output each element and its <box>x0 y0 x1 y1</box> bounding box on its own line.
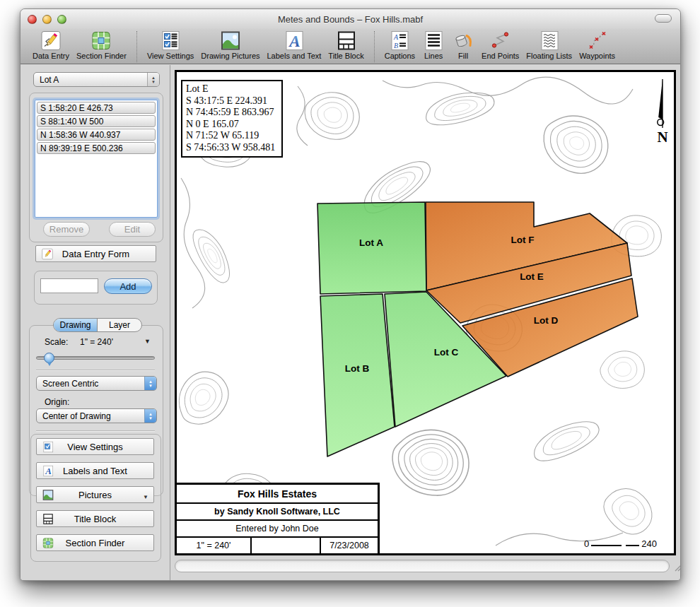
title-block-scale: 1" = 240' <box>177 538 250 553</box>
toolbar-label: Labels and Text <box>267 52 322 60</box>
resize-grip[interactable] <box>672 560 681 572</box>
lot-e-info-box[interactable]: Lot E S 43:17:5 E 224.391 N 74:45:59 E 8… <box>181 80 283 158</box>
lot-a-shape[interactable] <box>317 202 426 294</box>
lot-b-shape[interactable] <box>320 294 395 456</box>
scale-slider-thumb[interactable] <box>44 353 54 363</box>
lot-e-label: Lot E <box>520 271 544 282</box>
edit-button[interactable]: Edit <box>109 222 156 237</box>
remove-button[interactable]: Remove <box>43 222 90 237</box>
origin-popup-value: Center of Drawing <box>42 411 111 421</box>
panel-button-label: Labels and Text <box>63 466 127 476</box>
lot-c-label: Lot C <box>434 347 459 358</box>
toolbar-fill-button[interactable]: Fill <box>448 30 478 60</box>
toolbar-data-entry-button[interactable]: Data Entry <box>29 30 73 60</box>
toolbar-label: Section Finder <box>76 52 127 60</box>
captions-icon: A B <box>388 30 411 51</box>
svg-text:A: A <box>45 466 52 476</box>
drawing-layer-tabs: Drawing Layer <box>53 318 142 332</box>
tab-layer[interactable]: Layer <box>98 319 141 331</box>
origin-popup[interactable]: Center of Drawing ▲▼ <box>36 408 157 423</box>
pictures-panel-button[interactable]: Pictures ▼ <box>36 486 154 503</box>
letter-a-icon: A <box>42 465 54 477</box>
title-block-subtitle: by Sandy Knoll Software, LLC <box>177 502 378 519</box>
info-box-line: N 74:45:59 E 863.967 <box>186 107 278 119</box>
picture-icon <box>219 30 242 51</box>
toolbar-drawing-pictures-button[interactable]: Drawing Pictures <box>197 30 263 60</box>
lines-icon <box>422 30 445 51</box>
centric-popup-value: Screen Centric <box>42 379 98 389</box>
data-entry-form-label: Data Entry Form <box>62 249 129 259</box>
pencil-icon <box>40 30 62 51</box>
title-block-panel-button[interactable]: Title Block <box>36 510 154 527</box>
bearing-row[interactable]: S 88:1:40 W 500 <box>37 115 156 127</box>
bearing-list[interactable]: S 1:58:20 E 426.73 S 88:1:40 W 500 N 1:5… <box>35 100 158 218</box>
pencil-icon <box>41 248 54 260</box>
toolbar-label: Drawing Pictures <box>201 52 259 60</box>
chevron-down-icon: ▼ <box>143 494 148 500</box>
toolbar-label: View Settings <box>147 52 194 60</box>
title-grid-icon <box>42 513 54 525</box>
panel-button-label: View Settings <box>67 442 123 452</box>
horizontal-scrollbar[interactable] <box>175 560 670 572</box>
toolbar-floating-lists-button[interactable]: Floating Lists <box>523 30 576 60</box>
toolbar-view-settings-button[interactable]: View Settings <box>144 30 197 60</box>
bearing-row[interactable]: N 1:58:36 W 440.937 <box>37 129 156 141</box>
divider <box>36 430 155 431</box>
tab-drawing[interactable]: Drawing <box>54 319 98 331</box>
checklist-icon <box>159 30 182 51</box>
view-settings-panel-button[interactable]: View Settings <box>36 438 154 455</box>
letter-a-icon: A <box>283 30 305 51</box>
window-title: Metes and Bounds – Fox Hills.mabf <box>21 14 680 25</box>
toolbar-end-points-button[interactable]: End Points <box>478 30 523 60</box>
sidebar: Lot A ▲▼ S 1:58:20 E 426.73 S 88:1:40 W … <box>21 65 170 580</box>
toolbar-title-block-button[interactable]: Title Block <box>325 30 367 60</box>
toolbar-separator <box>136 31 137 62</box>
waypoints-icon <box>586 30 609 51</box>
lot-b-label: Lot B <box>345 363 370 374</box>
toolbar-captions-button[interactable]: A B Captions <box>381 30 419 60</box>
scale-bar-end: 240 <box>641 538 657 549</box>
app-window: Metes and Bounds – Fox Hills.mabf Data E… <box>20 8 681 581</box>
drawing-canvas[interactable]: Lot A Lot B Lot C Lot D Lot E Lot F Lot … <box>175 70 676 555</box>
svg-text:N: N <box>657 129 667 146</box>
section-finder-panel-button[interactable]: Section Finder <box>36 534 154 551</box>
scale-disclosure-icon[interactable]: ▼ <box>144 338 151 345</box>
scale-bar: 0 240 <box>584 538 657 549</box>
scale-bar-segment <box>591 545 622 546</box>
centric-popup[interactable]: Screen Centric ▲▼ <box>36 376 157 391</box>
lot-a-label: Lot A <box>359 237 383 248</box>
toolbar-label: End Points <box>482 52 519 60</box>
bearing-row[interactable]: N 89:39:19 E 500.236 <box>37 142 156 154</box>
labels-text-panel-button[interactable]: A Labels and Text <box>36 462 154 479</box>
add-input[interactable] <box>40 278 98 293</box>
toolbar-label: Lines <box>424 52 443 60</box>
divider <box>36 370 155 370</box>
scale-value: 1" = 240' <box>80 337 113 347</box>
bearing-row[interactable]: S 1:58:20 E 426.73 <box>37 102 156 114</box>
data-entry-form-button[interactable]: Data Entry Form <box>35 245 156 262</box>
lot-selector-popup[interactable]: Lot A ▲▼ <box>33 72 160 87</box>
panel-button-label: Title Block <box>74 514 116 524</box>
toolbar-section-finder-button[interactable]: Section Finder <box>73 30 130 60</box>
popup-stepper-icon: ▲▼ <box>144 377 156 390</box>
toolbar-labels-text-button[interactable]: A Labels and Text <box>264 30 325 60</box>
paint-bucket-icon <box>452 30 474 51</box>
toolbar-label: Fill <box>458 52 468 60</box>
toolbar-toggle-pill[interactable] <box>655 14 672 23</box>
remove-button-label: Remove <box>49 224 83 235</box>
toolbar-label: Floating Lists <box>526 52 572 60</box>
north-arrow-icon: N <box>653 76 672 146</box>
picture-icon <box>42 489 54 501</box>
lot-d-label: Lot D <box>534 315 559 326</box>
panel-button-label: Section Finder <box>66 538 125 548</box>
toolbar: Data Entry Section Finder View Settings <box>21 29 680 64</box>
title-block[interactable]: Fox Hills Estates by Sandy Knoll Softwar… <box>175 483 380 555</box>
info-box-title: Lot E <box>186 83 278 95</box>
floating-lists-icon <box>538 30 561 51</box>
section-grid-icon <box>90 30 112 51</box>
toolbar-waypoints-button[interactable]: Waypoints <box>576 30 619 60</box>
checklist-icon <box>42 441 54 453</box>
add-button[interactable]: Add <box>104 278 152 294</box>
title-grid-icon <box>335 30 358 51</box>
toolbar-lines-button[interactable]: Lines <box>419 30 448 60</box>
